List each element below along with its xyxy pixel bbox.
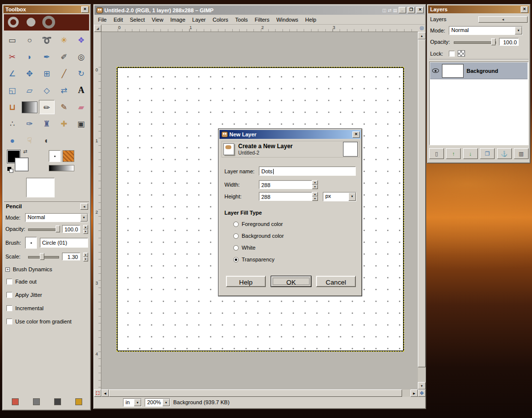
apply-jitter-checkbox[interactable] [6,292,12,298]
bucket-fill-tool-icon[interactable]: ⊔ [4,100,20,114]
layer-thumbnail[interactable] [442,64,464,78]
foreground-select-tool-icon[interactable]: ◗ [22,50,37,64]
navigation-icon[interactable]: ✥ [418,389,426,397]
scale-tool-icon[interactable]: ◱ [4,83,20,97]
dropdown-icon[interactable]: ▼ [515,27,522,34]
dialog-titlebar[interactable]: New Layer ✕ [219,130,361,139]
minimize-icon[interactable]: _ [399,7,406,13]
opacity-slider[interactable] [28,225,59,233]
reset-options-icon[interactable] [75,398,82,405]
horizontal-ruler[interactable]: 0 1 2 3 [101,25,418,32]
raise-layer-icon[interactable]: ↑ [446,148,461,159]
ink-tool-icon[interactable]: ✑ [22,117,37,131]
scroll-left-icon[interactable]: ◀ [101,389,109,397]
menu-colors[interactable]: Colors [209,16,232,24]
text-tool-icon[interactable]: A [73,83,89,97]
anchor-layer-icon[interactable]: ⚓ [497,148,512,159]
image-window-titlebar[interactable]: Untitled-2.0 (RGB, 1 layer) 288x288 – GI… [94,5,425,15]
crop-tool-icon[interactable]: ╱ [56,66,72,81]
brush-name-value[interactable]: Circle (01) [40,238,88,248]
horizontal-scrollbar-thumb[interactable] [109,389,402,397]
perspective-tool-icon[interactable]: ◇ [39,83,55,97]
help-button[interactable]: Help [226,276,266,287]
active-image-preview[interactable] [26,178,55,197]
spin-up-icon[interactable]: ▲ [83,253,88,257]
airbrush-tool-icon[interactable]: ∴ [4,117,20,131]
restore-options-icon[interactable] [33,398,40,405]
lower-layer-icon[interactable]: ↓ [463,148,478,159]
scroll-right-icon[interactable]: ▶ [410,389,418,397]
blur-sharpen-tool-icon[interactable]: ● [4,133,20,148]
lock-alpha-checkbox[interactable] [449,51,455,57]
titlebar-utility-icon-1[interactable]: ◫ [382,8,386,13]
layer-name-input[interactable]: Dots [259,166,356,176]
pencil-tool-icon[interactable]: ✏ [39,100,55,114]
foreground-color-radio[interactable] [233,222,239,227]
unit-select[interactable]: px ▼ [323,192,356,201]
menu-select[interactable]: Select [126,16,149,24]
vertical-scrollbar-thumb[interactable] [418,39,426,367]
active-brush-preview[interactable] [49,150,61,162]
dialog-close-icon[interactable]: ✕ [352,131,360,138]
height-input[interactable]: 288 [259,192,312,201]
width-input[interactable]: 288 [259,180,312,189]
fuzzy-select-tool-icon[interactable]: ✳ [56,33,72,47]
ok-button[interactable]: OK [271,276,312,287]
titlebar-utility-icon-2[interactable]: ⇄ [388,8,392,13]
new-layer-icon[interactable]: ▯ [429,148,444,159]
white-radio[interactable] [233,245,239,251]
rect-select-tool-icon[interactable]: ▭ [4,33,20,47]
align-tool-icon[interactable]: ⊞ [39,66,55,81]
fade-out-checkbox[interactable] [6,279,12,285]
paths-tool-icon[interactable]: ✒ [39,50,55,64]
free-select-tool-icon[interactable]: ➰ [39,33,55,47]
shear-tool-icon[interactable]: ▱ [22,83,37,97]
measure-tool-icon[interactable]: ∠ [4,66,20,81]
save-options-icon[interactable] [12,398,19,405]
transparency-radio[interactable] [233,257,239,262]
quick-mask-toggle[interactable] [94,389,101,397]
swap-colors-icon[interactable]: ⇄ [23,149,27,154]
delete-layer-icon[interactable]: ▥ [514,148,529,159]
zoom-select[interactable]: 200% ▼ [145,398,170,407]
select-by-color-tool-icon[interactable]: ❖ [73,33,89,47]
ruler-origin-button[interactable]: ◢ [94,25,101,32]
spin-up-icon[interactable]: ▲ [312,192,318,196]
vertical-ruler[interactable]: 0 1 2 3 4 [94,32,101,389]
dropdown-icon[interactable]: ▼ [348,193,356,201]
dodge-burn-tool-icon[interactable]: ◐ [39,133,55,148]
background-color-radio[interactable] [233,233,239,239]
active-gradient-preview[interactable] [49,165,74,171]
window-close-icon[interactable]: ✕ [416,7,424,13]
menu-layer[interactable]: Layer [189,16,210,24]
scissors-select-tool-icon[interactable]: ✂ [4,50,20,64]
dropdown-icon[interactable]: ▼ [162,399,170,406]
zoom-follow-window-icon[interactable]: ◎ [418,25,426,32]
spin-up-icon[interactable]: ▲ [312,180,318,185]
scroll-up-icon[interactable]: ▲ [418,32,426,39]
smudge-tool-icon[interactable]: ☟ [22,133,37,148]
move-tool-icon[interactable]: ✥ [22,66,37,81]
spin-up-icon[interactable]: ▲ [83,225,88,229]
scale-slider-handle[interactable] [40,253,44,260]
spin-down-icon[interactable]: ▼ [312,185,318,189]
active-pattern-preview[interactable] [63,150,74,162]
menu-help[interactable]: Help [302,16,320,24]
duplicate-layer-icon[interactable]: ❐ [480,148,495,159]
incremental-checkbox[interactable] [6,305,12,311]
perspective-clone-tool-icon[interactable]: ▣ [73,117,89,131]
menu-view[interactable]: View [148,16,167,24]
horizontal-scrollbar[interactable]: ◀ ▶ [101,389,418,397]
menu-filters[interactable]: Filters [251,16,273,24]
brush-select-button[interactable] [25,237,37,249]
layer-visible-icon[interactable] [432,68,439,73]
paint-mode-select[interactable]: Normal ▼ [25,213,88,222]
layer-opacity-value[interactable]: 100.0 [499,38,519,46]
maximize-icon[interactable]: ❐ [407,7,415,13]
menu-image[interactable]: Image [167,16,189,24]
scroll-down-icon[interactable]: ▼ [418,382,426,389]
color-picker-tool-icon[interactable]: ✐ [56,50,72,64]
heal-tool-icon[interactable]: ✚ [56,117,72,131]
use-color-from-gradient-checkbox[interactable] [6,319,12,324]
spin-down-icon[interactable]: ▼ [83,257,88,261]
